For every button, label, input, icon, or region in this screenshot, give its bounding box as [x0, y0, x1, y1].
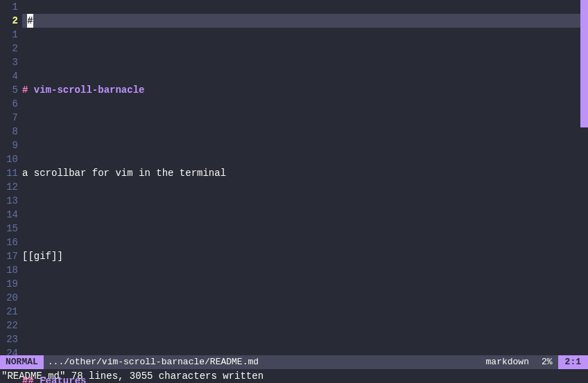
code-line — [22, 291, 588, 305]
filetype-indicator: markdown — [479, 355, 536, 369]
code-line: ## Features — [22, 374, 588, 383]
line-number: 21 — [0, 305, 18, 319]
line-number: 2 — [0, 42, 18, 55]
line-number: 23 — [0, 332, 18, 346]
line-number: 6 — [0, 97, 18, 111]
editor-area[interactable]: 1 2 1 2 3 4 5 6 7 8 9 10 11 12 13 14 15 … — [0, 0, 588, 353]
line-number: 18 — [0, 263, 18, 277]
line-number: 1 — [0, 0, 18, 14]
scrollbar-thumb[interactable] — [580, 0, 588, 127]
line-number: 10 — [0, 152, 18, 166]
code-line: a scrollbar for vim in the terminal — [22, 166, 588, 180]
code-line: # vim-scroll-barnacle — [22, 83, 588, 97]
line-number: 8 — [0, 125, 18, 139]
current-line-number: 2 — [0, 14, 18, 28]
mode-indicator: NORMAL — [0, 355, 44, 369]
line-number: 7 — [0, 111, 18, 125]
line-number: 1 — [0, 28, 18, 42]
code-line: [[gif]] — [22, 249, 588, 263]
line-number: 12 — [0, 180, 18, 194]
code-line — [22, 208, 588, 222]
line-number: 15 — [0, 222, 18, 235]
line-number: 9 — [0, 139, 18, 152]
line-number-gutter: 1 2 1 2 3 4 5 6 7 8 9 10 11 12 13 14 15 … — [0, 0, 22, 353]
line-number: 17 — [0, 249, 18, 263]
line-number: 11 — [0, 166, 18, 180]
line-number: 3 — [0, 55, 18, 69]
code-line — [22, 125, 588, 139]
line-number: 20 — [0, 291, 18, 305]
line-number: 14 — [0, 208, 18, 222]
line-number: 5 — [0, 83, 18, 97]
cursor-position: 2:1 — [558, 355, 588, 369]
line-number: 22 — [0, 319, 18, 332]
line-number: 4 — [0, 69, 18, 83]
scroll-percent: 2% — [536, 355, 558, 369]
file-path: .../other/vim-scroll-barnacle/README.md — [44, 355, 479, 369]
cursor-line-highlight — [22, 14, 580, 28]
line-number: 19 — [0, 277, 18, 291]
line-number: 16 — [0, 235, 18, 249]
code-line — [22, 332, 588, 346]
line-number: 13 — [0, 194, 18, 208]
status-line: NORMAL .../other/vim-scroll-barnacle/REA… — [0, 355, 588, 369]
cursor-char: # — [27, 14, 33, 28]
buffer-content[interactable]: # vim-scroll-barnacle a scrollbar for vi… — [22, 0, 588, 353]
code-line — [22, 42, 588, 55]
